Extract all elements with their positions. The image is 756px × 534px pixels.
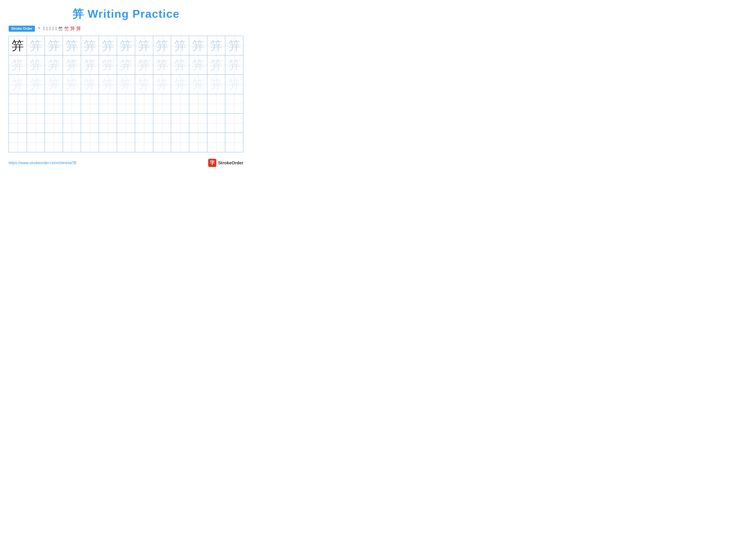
character-display: 笄 <box>48 38 60 53</box>
grid-cell[interactable] <box>99 133 117 152</box>
grid-cell[interactable]: 笄 <box>207 36 225 55</box>
grid-cell[interactable] <box>27 133 45 152</box>
grid-cell[interactable]: 笄 <box>135 55 153 75</box>
grid-cell[interactable] <box>225 133 243 152</box>
grid-cell[interactable]: 笄 <box>153 36 171 55</box>
grid-cell[interactable] <box>117 94 135 114</box>
stroke-step-4: 𠄎 <box>49 26 51 32</box>
grid-cell[interactable] <box>27 114 45 133</box>
grid-cell[interactable]: 笄 <box>225 36 243 55</box>
grid-cell[interactable] <box>9 94 27 114</box>
grid-cell[interactable] <box>207 94 225 114</box>
character-display: 笄 <box>174 58 186 72</box>
character-display: 笄 <box>210 38 222 53</box>
grid-cell[interactable]: 笄 <box>207 55 225 75</box>
grid-cell[interactable] <box>63 94 81 114</box>
character-display: 笄 <box>66 38 78 53</box>
grid-cell[interactable]: 笄 <box>171 75 189 94</box>
grid-cell[interactable] <box>63 114 81 133</box>
grid-cell[interactable] <box>9 114 27 133</box>
grid-cell[interactable]: 笄 <box>81 36 99 55</box>
grid-cell[interactable] <box>153 114 171 133</box>
character-display: 笄 <box>156 38 168 53</box>
grid-cell[interactable] <box>171 133 189 152</box>
grid-cell[interactable] <box>117 133 135 152</box>
grid-cell[interactable]: 笄 <box>63 75 81 94</box>
grid-cell[interactable] <box>225 114 243 133</box>
grid-cell[interactable] <box>135 133 153 152</box>
character-display: 笄 <box>12 58 24 72</box>
grid-cell[interactable] <box>153 94 171 114</box>
grid-cell[interactable] <box>81 94 99 114</box>
grid-cell[interactable] <box>99 114 117 133</box>
grid-cell[interactable] <box>99 94 117 114</box>
grid-cell[interactable] <box>45 133 63 152</box>
grid-cell[interactable]: 笄 <box>171 36 189 55</box>
grid-cell[interactable] <box>9 133 27 152</box>
grid-cell[interactable]: 笄 <box>81 55 99 75</box>
grid-cell[interactable]: 笄 <box>99 55 117 75</box>
grid-cell[interactable] <box>207 114 225 133</box>
grid-cell[interactable]: 笄 <box>9 55 27 75</box>
grid-cell[interactable]: 笄 <box>189 75 207 94</box>
grid-cell[interactable]: 笄 <box>117 36 135 55</box>
footer-url[interactable]: https://www.strokeorder.com/chinese/笄 <box>9 160 77 165</box>
character-display: 笄 <box>120 77 132 91</box>
grid-cell[interactable]: 笄 <box>81 75 99 94</box>
character-display: 笄 <box>210 77 222 91</box>
grid-cell[interactable] <box>153 133 171 152</box>
grid-cell[interactable]: 笄 <box>45 75 63 94</box>
grid-cell[interactable]: 笄 <box>207 75 225 94</box>
grid-cell[interactable]: 笄 <box>45 36 63 55</box>
grid-cell[interactable] <box>117 114 135 133</box>
grid-cell[interactable] <box>189 114 207 133</box>
grid-cell[interactable] <box>63 133 81 152</box>
grid-cell[interactable] <box>207 133 225 152</box>
grid-row-1: 笄 笄 笄 笄 笄 笄 笄 笄 笄 笄 笄 笄 笄 <box>9 36 243 55</box>
grid-cell[interactable]: 笄 <box>189 36 207 55</box>
grid-cell[interactable]: 笄 <box>225 55 243 75</box>
grid-cell[interactable]: 笄 <box>135 36 153 55</box>
grid-cell[interactable] <box>135 114 153 133</box>
grid-cell[interactable] <box>171 114 189 133</box>
grid-cell[interactable]: 笄 <box>27 75 45 94</box>
grid-cell[interactable] <box>189 94 207 114</box>
grid-cell[interactable]: 笄 <box>27 36 45 55</box>
grid-cell[interactable]: 笄 <box>99 36 117 55</box>
grid-cell[interactable]: 笄 <box>9 36 27 55</box>
grid-cell[interactable]: 笄 <box>153 55 171 75</box>
grid-cell[interactable] <box>171 94 189 114</box>
grid-cell[interactable]: 笄 <box>117 55 135 75</box>
practice-grid: 笄 笄 笄 笄 笄 笄 笄 笄 笄 笄 笄 笄 笄 笄 笄 笄 笄 笄 笄 笄 … <box>9 36 243 152</box>
grid-cell[interactable] <box>27 94 45 114</box>
character-display: 笄 <box>102 58 114 72</box>
grid-cell[interactable] <box>81 114 99 133</box>
grid-cell[interactable] <box>45 94 63 114</box>
grid-cell[interactable]: 笄 <box>117 75 135 94</box>
grid-cell[interactable]: 笄 <box>9 75 27 94</box>
grid-cell[interactable]: 笄 <box>99 75 117 94</box>
character-display: 笄 <box>192 58 204 72</box>
grid-cell[interactable]: 笄 <box>189 55 207 75</box>
grid-cell[interactable] <box>81 133 99 152</box>
character-display: 笄 <box>84 77 96 91</box>
character-display: 笄 <box>210 58 222 72</box>
grid-cell[interactable]: 笄 <box>225 75 243 94</box>
grid-cell[interactable]: 笄 <box>63 55 81 75</box>
character-display: 笄 <box>120 38 132 53</box>
stroke-steps: 丶 𠃊 𠄌 𠄎 𡿨 𡿩 竺 竺 笄 笄 <box>37 25 81 32</box>
grid-cell[interactable]: 笄 <box>171 55 189 75</box>
grid-cell[interactable] <box>189 133 207 152</box>
brand-icon: 字 <box>208 159 216 167</box>
grid-cell[interactable]: 笄 <box>63 36 81 55</box>
character-display: 笄 <box>228 77 240 91</box>
grid-cell[interactable]: 笄 <box>135 75 153 94</box>
grid-cell[interactable]: 笄 <box>45 55 63 75</box>
character-display: 笄 <box>138 58 150 72</box>
grid-cell[interactable]: 笄 <box>153 75 171 94</box>
grid-cell[interactable]: 笄 <box>27 55 45 75</box>
grid-cell[interactable] <box>135 94 153 114</box>
grid-cell[interactable] <box>225 94 243 114</box>
grid-cell[interactable] <box>45 114 63 133</box>
character-display: 笄 <box>174 77 186 91</box>
